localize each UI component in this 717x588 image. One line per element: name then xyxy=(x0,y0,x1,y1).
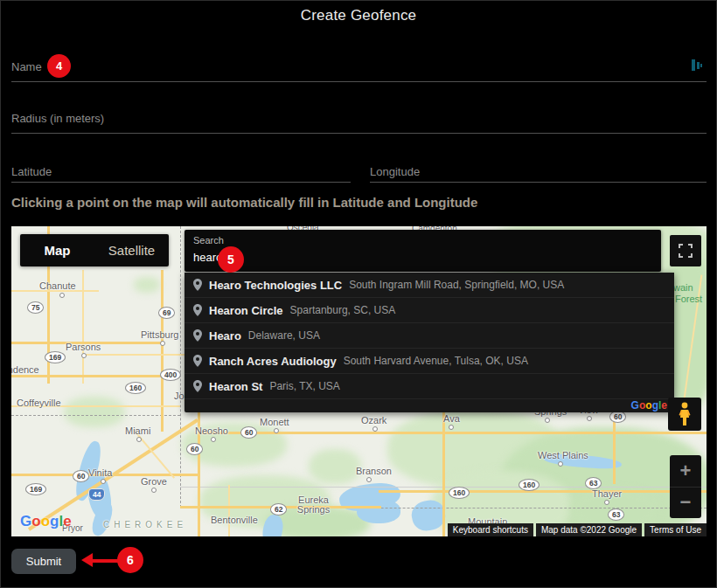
longitude-label: Longitude xyxy=(370,165,420,178)
suggestion-main: Ranch Acres Audiology xyxy=(209,355,337,368)
route-shield-160: 160 xyxy=(449,487,470,499)
city-dot xyxy=(160,341,165,346)
search-label: Search xyxy=(193,235,224,246)
page-title: Create Geofence xyxy=(1,7,716,24)
google-letter: o xyxy=(639,399,645,412)
map-label-ava: Ava xyxy=(443,413,460,424)
route-shield-160: 160 xyxy=(125,382,146,394)
suggestion-row[interactable]: Hearon St Paris, TX, USA xyxy=(184,374,674,399)
route-shield-169: 169 xyxy=(45,351,66,363)
annotation-badge-6: 6 xyxy=(117,547,143,573)
city-dot xyxy=(151,488,157,493)
map-type-satellite-button[interactable]: Satellite xyxy=(94,234,169,266)
map-label-west-plains: West Plains xyxy=(538,450,588,460)
route-shield-400: 400 xyxy=(160,369,181,381)
map-label-ozark: Ozark xyxy=(361,415,386,425)
google-map[interactable]: Osceola Camdenton Chanute Pittsburg Pars… xyxy=(11,226,707,536)
annotation-arrow xyxy=(93,559,119,563)
map-label-cherokee: CHEROKEE xyxy=(103,520,187,529)
map-label-chanute: Chanute xyxy=(39,280,76,291)
map-search-box[interactable]: Search hearo xyxy=(184,230,661,272)
highway xyxy=(379,490,707,493)
city-dot xyxy=(449,425,454,430)
map-label-pittsburg: Pittsburg xyxy=(141,329,178,340)
route-shield-60: 60 xyxy=(609,411,626,423)
map-label-independence: Independence xyxy=(11,364,39,375)
map-type-control: Map Satellite xyxy=(20,234,169,266)
lake xyxy=(357,499,400,523)
map-label-neosho: Neosho xyxy=(195,425,228,436)
map-attribution-bar: Keyboard shortcuts Map data ©2022 Google… xyxy=(448,523,707,536)
suggestion-row[interactable]: Hearo Delaware, USA xyxy=(184,323,674,349)
map-instruction-text: Clicking a point on the map will automat… xyxy=(11,195,477,210)
forest-patch xyxy=(134,277,160,293)
fullscreen-button[interactable] xyxy=(670,235,701,266)
zoom-out-button[interactable]: − xyxy=(670,488,701,519)
suggestion-secondary: South Harvard Avenue, Tulsa, OK, USA xyxy=(344,355,528,367)
location-pin-icon xyxy=(193,279,202,291)
city-dot xyxy=(604,500,609,505)
name-underline xyxy=(11,81,707,82)
city-dot xyxy=(81,353,87,358)
terms-of-use-link[interactable]: Terms of Use xyxy=(644,523,707,536)
dropdown-google-attribution: Google xyxy=(184,399,674,412)
google-letter: G xyxy=(20,513,31,529)
radius-underline xyxy=(11,133,707,134)
latitude-underline xyxy=(11,182,351,183)
highway xyxy=(442,405,445,536)
pegman-icon xyxy=(678,402,692,426)
suggestion-main: Hearon Circle xyxy=(209,304,283,317)
location-pin-icon xyxy=(193,355,202,367)
map-label-bentonville: Bentonville xyxy=(211,515,258,525)
highway xyxy=(11,375,161,377)
map-type-map-button[interactable]: Map xyxy=(20,234,94,266)
zoom-in-button[interactable]: + xyxy=(670,455,701,487)
google-letter: g xyxy=(652,399,658,412)
city-dot xyxy=(558,461,563,467)
search-suggestions-dropdown: Hearo Technologies LLC South Ingram Mill… xyxy=(184,273,674,412)
longitude-underline xyxy=(370,182,707,183)
suggestion-row[interactable]: Hearo Technologies LLC South Ingram Mill… xyxy=(184,273,674,298)
create-geofence-page: Create Geofence Name 4 Radius (in meters… xyxy=(0,0,717,588)
annotation-arrow-head xyxy=(81,553,93,567)
google-logo: Google xyxy=(20,513,72,530)
map-label-forest-line2: Forest xyxy=(675,294,702,304)
city-dot xyxy=(366,477,372,482)
route-shield-160: 160 xyxy=(519,479,539,491)
road xyxy=(82,270,84,384)
annotation-badge-4: 4 xyxy=(47,54,71,78)
suggestion-main: Hearon St xyxy=(209,380,262,393)
suggestion-secondary: Delaware, USA xyxy=(248,329,320,342)
google-letter: o xyxy=(645,399,651,412)
google-letter: G xyxy=(631,399,639,412)
map-label-thayer: Thayer xyxy=(592,488,622,499)
city-dot xyxy=(59,293,65,298)
annotation-badge-5: 5 xyxy=(218,246,244,273)
route-shield-69: 69 xyxy=(158,307,175,319)
forest-patch xyxy=(64,397,125,427)
map-label-grove: Grove xyxy=(141,476,167,487)
suggestion-row[interactable]: Ranch Acres Audiology South Harvard Aven… xyxy=(184,349,674,374)
suggestion-main: Hearo xyxy=(209,329,241,342)
google-letter: o xyxy=(41,513,50,529)
map-label-branson: Branson xyxy=(356,466,392,476)
city-dot xyxy=(372,426,378,432)
map-label-eureka-springs: Eureka Springs xyxy=(289,495,338,515)
map-label-forest-line1: wain xyxy=(673,282,693,293)
suggestion-row[interactable]: Hearon Circle Spartanburg, SC, USA xyxy=(184,298,674,323)
state-border xyxy=(11,415,180,416)
suggestion-secondary: Spartanburg, SC, USA xyxy=(290,304,396,316)
google-letter: e xyxy=(661,399,667,412)
street-view-pegman[interactable] xyxy=(668,398,701,431)
map-label-vinita: Vinita xyxy=(88,467,112,478)
submit-button[interactable]: Submit xyxy=(11,549,76,574)
latitude-label: Latitude xyxy=(11,165,52,178)
fullscreen-icon xyxy=(679,244,693,258)
keyboard-shortcuts-link[interactable]: Keyboard shortcuts xyxy=(448,523,533,536)
location-pin-icon xyxy=(193,329,202,342)
google-letter: e xyxy=(63,513,71,529)
equalizer-bars-icon xyxy=(691,58,704,73)
map-label-coffeyville: Coffeyville xyxy=(17,398,61,408)
interstate-shield-44: 44 xyxy=(88,488,105,501)
radius-label: Radius (in meters) xyxy=(11,112,104,125)
